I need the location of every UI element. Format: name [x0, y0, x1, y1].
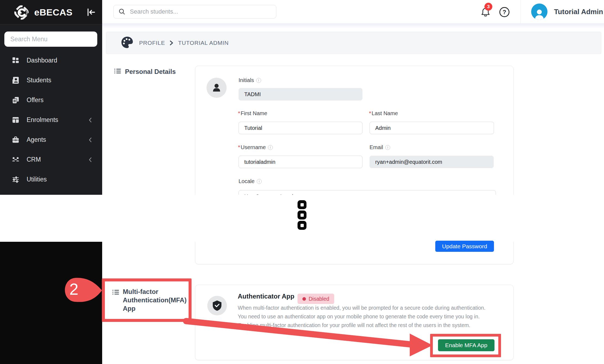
breadcrumb-separator-icon [169, 40, 174, 46]
breadcrumb-section[interactable]: PROFILE [139, 40, 165, 46]
list-icon [114, 67, 121, 74]
info-icon[interactable]: i [385, 145, 390, 150]
authenticator-app-title: Authenticator App [238, 293, 294, 300]
step-number: 2 [59, 280, 89, 299]
list-icon [112, 288, 119, 296]
sidebar-item-label: Enrolments [27, 116, 58, 124]
user-menu[interactable]: Tutorial Admin [531, 0, 603, 23]
sidebar-item-offers[interactable]: Offers [0, 90, 102, 110]
person-icon [534, 8, 545, 20]
mfa-section-highlight-box: Multi-factor Authentication(MFA) App [102, 278, 192, 322]
sidebar-search-input[interactable] [4, 32, 97, 47]
first-name-label: * First Name [238, 110, 267, 117]
sidebar-item-students[interactable]: Students [0, 70, 102, 90]
enable-mfa-button[interactable]: Enable MFA App [438, 339, 495, 351]
help-glyph: ? [503, 9, 506, 16]
mfa-description-line: Enabling multi-factor authentication for… [238, 322, 470, 328]
shield-check-icon [212, 300, 222, 311]
crm-people-network-icon [12, 156, 19, 163]
email-input [370, 156, 494, 168]
initials-input [239, 88, 362, 101]
spinner-dot [298, 221, 306, 230]
utilities-sliders-icon [12, 176, 19, 183]
sidebar-item-label: Agents [27, 136, 46, 143]
chevron-left-icon [88, 117, 92, 124]
user-avatar [531, 4, 547, 20]
topbar-shadow-strip [102, 24, 604, 28]
student-search-input[interactable] [130, 8, 260, 15]
sidebar-item-dashboard[interactable]: Dashboard [0, 51, 102, 70]
mfa-status-badge: Disabled [298, 294, 334, 304]
palette-icon [121, 36, 134, 49]
person-icon [211, 82, 222, 93]
required-marker: * [369, 110, 371, 117]
mfa-section-heading: Multi-factor Authentication(MFA) App [112, 287, 191, 313]
mfa-description-line: When multi-factor authentication is enab… [238, 305, 486, 311]
breadcrumb-page: TUTORIAL ADMIN [178, 40, 229, 46]
sidebar-item-label: Utilities [27, 176, 47, 183]
sidebar-logo-row: eBECAS [0, 0, 102, 24]
mfa-section-title: Multi-factor Authentication(MFA) App [123, 287, 191, 313]
sidebar-item-label: CRM [27, 156, 41, 163]
search-icon [118, 8, 126, 15]
sidebar: eBECAS Dashboard St [0, 0, 102, 195]
notification-count-badge: 3 [484, 3, 492, 11]
brand-title: eBECAS [34, 0, 73, 24]
update-password-button[interactable]: Update Password [435, 241, 494, 252]
student-search-box [113, 5, 276, 18]
sidebar-collapse-icon[interactable] [86, 8, 96, 17]
ebecas-logo-icon [13, 4, 30, 21]
personal-details-title: Personal Details [125, 67, 176, 76]
topbar: 3 ? Tutorial Admin [102, 0, 604, 24]
topbar-divider [520, 0, 521, 23]
locale-label: Locale i [239, 178, 262, 184]
breadcrumb: PROFILE TUTORIAL ADMIN [106, 32, 601, 54]
enrolments-table-icon [12, 116, 19, 124]
username-label: * Username i [238, 144, 273, 150]
info-icon[interactable]: i [268, 145, 273, 150]
student-card-icon [12, 77, 19, 84]
loading-spinner [298, 200, 306, 231]
sidebar-item-agents[interactable]: Agents [0, 130, 102, 150]
sidebar-item-label: Dashboard [27, 57, 57, 64]
status-dot [302, 297, 306, 301]
dashboard-grid-icon [12, 57, 19, 64]
info-icon[interactable]: i [256, 78, 261, 83]
sidebar-item-enrolments[interactable]: Enrolments [0, 110, 102, 130]
authenticator-icon-circle [207, 296, 227, 315]
required-marker: * [238, 110, 240, 117]
last-name-input[interactable] [370, 122, 494, 134]
sidebar-nav: Dashboard Students Offers [0, 51, 102, 189]
sidebar-item-crm[interactable]: CRM [0, 150, 102, 170]
agents-briefcase-icon [12, 136, 19, 143]
help-icon[interactable]: ? [499, 7, 509, 17]
app-window: eBECAS Dashboard St [0, 0, 604, 364]
chevron-left-icon [88, 156, 92, 163]
required-marker: * [238, 144, 240, 150]
spinner-dot [298, 200, 306, 209]
email-label: Email i [370, 144, 390, 150]
user-name: Tutorial Admin [554, 8, 603, 16]
last-name-label: * Last Name [369, 110, 398, 117]
first-name-input[interactable] [239, 122, 362, 134]
personal-details-heading: Personal Details [114, 67, 176, 76]
mfa-description-line: You need to use an authenticator app on … [238, 313, 480, 320]
profile-photo-placeholder[interactable] [206, 78, 227, 98]
status-label: Disabled [309, 296, 329, 302]
username-input[interactable] [239, 156, 362, 168]
sidebar-item-label: Offers [27, 96, 43, 104]
sidebar-item-label: Students [27, 77, 51, 84]
chevron-left-icon [88, 136, 92, 143]
info-icon[interactable]: i [257, 179, 262, 184]
offers-documents-icon [12, 96, 19, 104]
spinner-dot [298, 211, 306, 219]
initials-label: Initials i [239, 77, 261, 83]
sidebar-item-utilities[interactable]: Utilities [0, 170, 102, 189]
